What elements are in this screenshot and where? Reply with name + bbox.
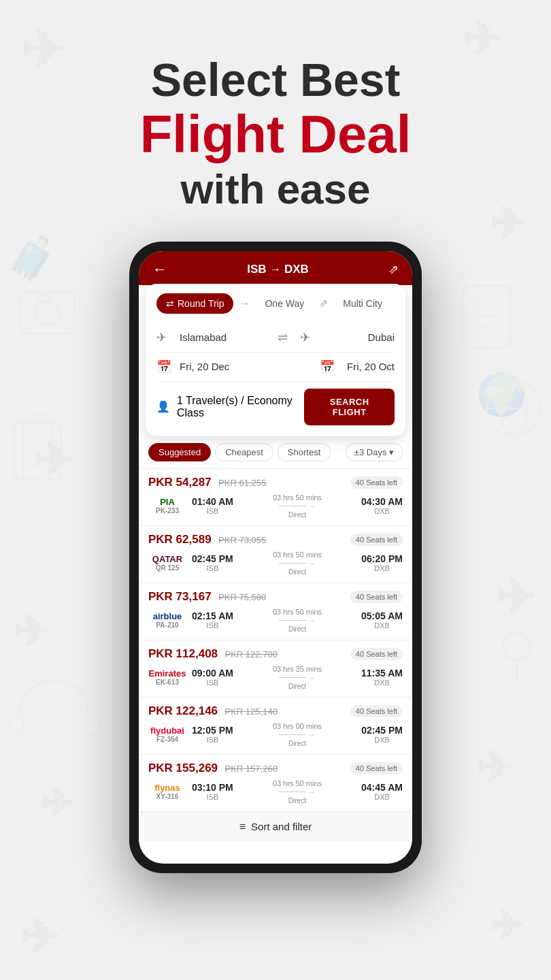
arrive-block: 04:45 AM DXB	[361, 782, 403, 801]
duration-block: 03 hrs 35 mins → Direct	[237, 665, 357, 690]
traveler-info: 1 Traveler(s) / Economy Class	[177, 395, 297, 419]
dates-row[interactable]: 📅 Fri, 20 Dec 📅 Fri, 20 Oct	[156, 353, 395, 382]
flight-code: QR 125	[148, 564, 186, 572]
price-main: PKR 122,146	[148, 704, 218, 717]
flight-info: 02:15 AM ISB 03 hrs 50 mins → Direct 05:…	[192, 608, 403, 633]
flight-info: 01:40 AM ISB 03 hrs 50 mins → Direct 04:…	[192, 493, 403, 519]
flight-card-1[interactable]: PKR 62,589 PKR 73,055 40 Seats left QATA…	[139, 526, 412, 583]
filter-suggested[interactable]: Suggested	[148, 443, 211, 461]
flight-code: XY-316	[148, 793, 186, 800]
airline-logo: PIA PK-233	[148, 497, 186, 514]
flight-info: 02:45 PM ISB 03 hrs 50 mins → Direct 06:…	[192, 551, 403, 576]
price-original: PKR 157,260	[225, 764, 278, 774]
arrive-block: 05:05 AM DXB	[361, 610, 403, 630]
duration-block: 03 hrs 50 mins → Direct	[237, 779, 357, 804]
return-date: Fri, 20 Oct	[347, 361, 395, 372]
flight-code: EK-613	[148, 679, 186, 686]
hero-line1: Select Best	[0, 54, 551, 105]
share-icon[interactable]: ⇗	[388, 262, 399, 277]
tab-multi-city[interactable]: Multi City	[333, 293, 392, 314]
search-flight-button[interactable]: SEARCH FLIGHT	[304, 389, 395, 425]
filter-cheapest[interactable]: Cheapest	[215, 443, 273, 461]
flight-card-0[interactable]: PKR 54,287 PKR 61,255 40 Seats left PIA …	[139, 469, 412, 526]
tab-round-trip[interactable]: ⇄ Round Trip	[156, 293, 233, 314]
arrow-separator: →	[239, 297, 250, 310]
seats-badge: 40 Seats left	[350, 591, 403, 603]
arrive-block: 11:35 AM DXB	[361, 668, 403, 687]
multi-city-icon: ⇗	[319, 297, 328, 310]
arrive-block: 06:20 PM DXB	[361, 553, 403, 572]
from-field: Islamabad	[180, 331, 227, 343]
depart-block: 02:15 AM ISB	[192, 610, 233, 630]
flight-info: 09:00 AM ISB 03 hrs 35 mins → Direct 11:…	[192, 665, 403, 690]
departure-icon: ✈	[156, 330, 174, 345]
flight-code: PA-210	[148, 621, 186, 629]
price-main: PKR 73,167	[148, 590, 212, 603]
to-field: Dubai	[368, 331, 395, 343]
price-original: PKR 75,580	[218, 592, 266, 602]
seats-badge: 40 Seats left	[350, 762, 403, 774]
tab-one-way[interactable]: One Way	[255, 293, 314, 314]
back-icon[interactable]: ←	[152, 261, 167, 278]
filter-days[interactable]: ±3 Days ▾	[346, 443, 403, 461]
airline-logo: flynas XY-316	[148, 783, 186, 800]
one-way-label: One Way	[265, 298, 304, 309]
sort-filter-bar[interactable]: ≡ Sort and filter	[139, 812, 412, 841]
svg-text:✈: ✈	[20, 910, 61, 963]
flight-card-2[interactable]: PKR 73,167 PKR 75,580 40 Seats left airb…	[139, 583, 412, 640]
flight-card-3[interactable]: PKR 112,408 PKR 122,780 40 Seats left Em…	[139, 640, 412, 698]
trip-type-tabs: ⇄ Round Trip → One Way ⇗ Multi City	[156, 293, 395, 314]
calendar-icon: 📅	[156, 359, 174, 374]
airline-logo: flydubai FZ-354	[148, 725, 186, 743]
arrive-block: 04:30 AM DXB	[361, 496, 403, 515]
seats-badge: 40 Seats left	[350, 476, 403, 489]
hero-line2: Flight Deal	[0, 105, 551, 164]
from-to-row[interactable]: ✈ Islamabad ⇌ ✈ Dubai	[156, 323, 395, 353]
price-main: PKR 54,287	[148, 476, 212, 489]
price-main: PKR 112,408	[148, 647, 218, 660]
phone-mockup: ← ISB → DXB ⇗ ⇄ Round Trip → One Way ⇗	[0, 242, 551, 873]
calendar2-icon: 📅	[320, 359, 337, 374]
hero-section: Select Best Flight Deal with ease	[0, 0, 551, 214]
depart-block: 03:10 PM ISB	[192, 782, 233, 801]
filter-shortest[interactable]: Shortest	[278, 443, 331, 461]
price-original: PKR 125,140	[225, 706, 278, 717]
flight-info: 03:10 PM ISB 03 hrs 50 mins → Direct 04:…	[192, 779, 403, 804]
multi-city-label: Multi City	[343, 298, 382, 309]
field-separator: ⇌	[278, 330, 288, 345]
duration-block: 03 hrs 50 mins → Direct	[237, 493, 357, 519]
hero-line3: with ease	[0, 164, 551, 214]
flight-code: FZ-354	[148, 736, 186, 743]
seats-badge: 40 Seats left	[350, 648, 403, 660]
traveler-icon: 👤	[156, 400, 170, 413]
price-original: PKR 122,780	[225, 649, 278, 659]
airline-logo: Emirates EK-613	[148, 668, 186, 686]
phone-frame: ← ISB → DXB ⇗ ⇄ Round Trip → One Way ⇗	[129, 242, 422, 873]
price-main: PKR 62,589	[148, 533, 212, 546]
duration-block: 03 hrs 50 mins → Direct	[237, 551, 358, 576]
flight-info: 12:05 PM ISB 03 hrs 00 mins → Direct 02:…	[192, 722, 403, 747]
flight-card-5[interactable]: PKR 155,269 PKR 157,260 40 Seats left fl…	[139, 755, 412, 812]
price-original: PKR 61,255	[218, 478, 266, 488]
flight-card-4[interactable]: PKR 122,146 PKR 125,140 40 Seats left fl…	[139, 698, 412, 755]
route-text: ISB → DXB	[247, 263, 309, 276]
depart-block: 12:05 PM ISB	[192, 725, 233, 744]
sort-label: Sort and filter	[251, 821, 312, 832]
flight-list: PKR 54,287 PKR 61,255 40 Seats left PIA …	[139, 469, 412, 812]
seats-badge: 40 Seats left	[350, 705, 403, 717]
duration-block: 03 hrs 00 mins → Direct	[237, 722, 358, 747]
filter-tabs: Suggested Cheapest Shortest ±3 Days ▾	[139, 436, 412, 469]
results-area: Suggested Cheapest Shortest ±3 Days ▾ P	[139, 436, 412, 841]
depart-date: Fri, 20 Dec	[180, 361, 229, 372]
sort-icon: ≡	[239, 821, 246, 833]
price-main: PKR 155,269	[148, 762, 218, 774]
phone-header: ← ISB → DXB ⇗	[139, 251, 412, 285]
depart-block: 02:45 PM ISB	[192, 553, 233, 572]
arrive-block: 02:45 PM DXB	[361, 725, 403, 744]
depart-block: 01:40 AM ISB	[192, 496, 233, 515]
flight-code: PK-233	[148, 507, 186, 514]
search-panel: ⇄ Round Trip → One Way ⇗ Multi City ✈ Is…	[146, 284, 405, 436]
travelers-search-row: 👤 1 Traveler(s) / Economy Class SEARCH F…	[156, 382, 395, 425]
duration-block: 03 hrs 50 mins → Direct	[237, 608, 357, 633]
round-trip-icon: ⇄	[166, 298, 174, 309]
